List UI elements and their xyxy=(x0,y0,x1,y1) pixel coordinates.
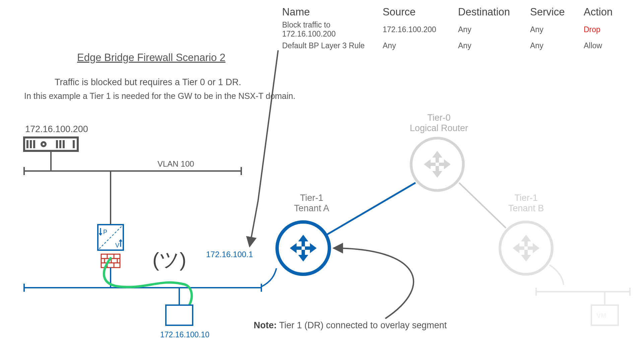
vlan-bus xyxy=(24,151,241,225)
edge-bridge-icon: P V xyxy=(98,225,123,250)
segment-b xyxy=(536,265,630,325)
svg-rect-0 xyxy=(24,137,78,151)
diagram-canvas: P V xyxy=(0,0,644,340)
svg-point-34 xyxy=(500,222,552,274)
note-to-tier1a-arrow xyxy=(333,248,413,319)
bridge-p-label: P xyxy=(103,229,107,235)
tier1a-router-icon xyxy=(277,222,329,274)
bridge-v-label: V xyxy=(115,242,119,249)
firewall-icon xyxy=(101,254,120,268)
table-to-ip-arrow xyxy=(250,50,278,246)
tier0-router-icon xyxy=(411,138,463,190)
svg-rect-39 xyxy=(591,305,618,325)
svg-point-4 xyxy=(42,142,46,146)
svg-point-33 xyxy=(411,138,463,190)
physical-server-icon xyxy=(24,137,78,151)
tier1b-router-icon xyxy=(500,222,552,274)
segment-to-tier1a-link xyxy=(261,268,276,287)
vm-a-icon xyxy=(166,305,193,325)
svg-point-32 xyxy=(277,222,329,274)
tier0-to-tier1b-link xyxy=(459,183,506,228)
svg-rect-31 xyxy=(166,305,193,325)
tier0-to-tier1a-link xyxy=(327,183,415,235)
